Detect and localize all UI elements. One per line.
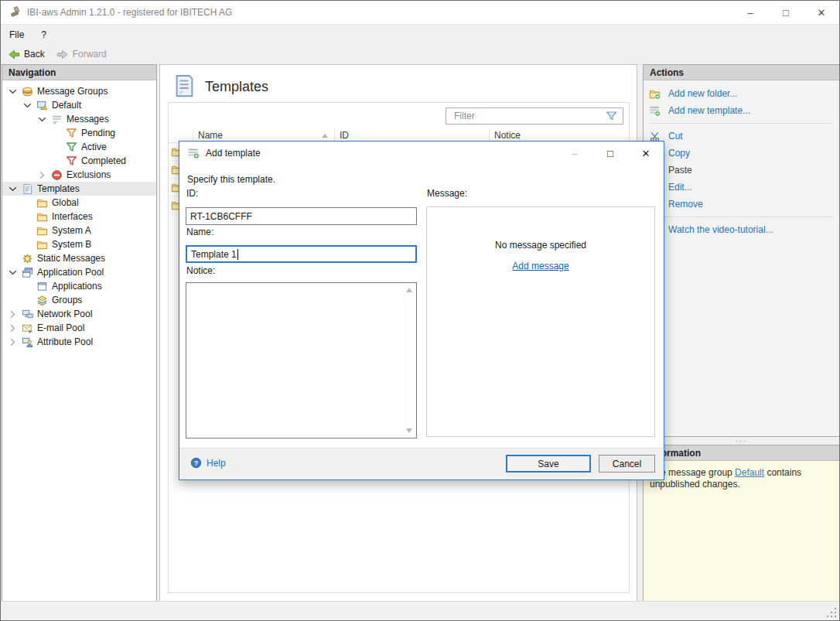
back-button[interactable]: Back xyxy=(3,47,50,62)
svg-text:?: ? xyxy=(194,459,198,467)
app-window: IBI-aws Admin 1.21.0 - registered for IB… xyxy=(0,0,840,621)
expander-expand-icon[interactable] xyxy=(5,309,20,320)
message-groups-icon xyxy=(20,86,35,97)
expander-collapse-icon[interactable] xyxy=(20,100,35,111)
dialog-close-button[interactable]: ✕ xyxy=(628,142,664,165)
tree-item-system-b[interactable]: System B xyxy=(2,237,156,251)
expander-collapse-icon[interactable] xyxy=(5,267,20,278)
expander-spacer xyxy=(20,295,35,306)
cancel-button[interactable]: Cancel xyxy=(599,455,655,473)
tree-item-label: Messages xyxy=(64,114,109,125)
tree-item-groups[interactable]: Groups xyxy=(2,293,156,307)
exclusions-icon xyxy=(50,169,64,181)
attribute-pool-icon xyxy=(20,336,35,348)
forward-button[interactable]: Forward xyxy=(52,47,111,62)
tree-item-label: Completed xyxy=(79,155,126,166)
scroll-down-icon[interactable] xyxy=(406,428,412,433)
expander-spacer xyxy=(20,197,35,209)
tree-item-active[interactable]: Active xyxy=(2,140,156,154)
close-button[interactable]: ✕ xyxy=(804,1,839,24)
tree-item-label: Interfaces xyxy=(50,211,93,222)
id-field[interactable]: RT-1CB6CFFF xyxy=(186,207,417,225)
expander-expand-icon[interactable] xyxy=(5,336,20,348)
expander-spacer xyxy=(20,239,35,251)
monitor-warning-icon xyxy=(35,100,50,111)
expander-collapse-icon[interactable] xyxy=(35,114,50,125)
column-notice-label: Notice xyxy=(494,130,521,141)
actions-divider xyxy=(650,217,833,217)
id-value: RT-1CB6CFFF xyxy=(190,211,252,222)
tree-item-default[interactable]: Default xyxy=(2,98,156,112)
expander-expand-icon[interactable] xyxy=(5,322,20,334)
status-bar xyxy=(1,601,839,620)
dialog-subtitle: Specify this template. xyxy=(179,165,664,185)
actions-list: Add new folder...Add new template...CutC… xyxy=(644,80,839,238)
action-label: Copy xyxy=(663,148,690,159)
tree-item-label: Templates xyxy=(35,183,80,194)
dialog-maximize-button[interactable]: □ xyxy=(592,142,628,165)
nav-toolbar: Back Forward xyxy=(1,44,839,65)
scroll-up-icon[interactable] xyxy=(406,288,412,292)
add-message-link[interactable]: Add message xyxy=(512,261,569,271)
expander-expand-icon[interactable] xyxy=(35,169,50,181)
tree-item-pending[interactable]: Pending xyxy=(2,126,156,140)
action-cut[interactable]: Cut xyxy=(644,128,839,145)
tree-item-message-groups[interactable]: Message Groups xyxy=(2,84,156,98)
action-label: Add new template... xyxy=(663,105,750,116)
action-copy[interactable]: Copy xyxy=(644,145,839,162)
email-pool-icon xyxy=(20,322,35,334)
tree-item-network-pool[interactable]: Network Pool xyxy=(2,307,156,321)
action-watch-the-video-tutorial[interactable]: Watch the video-tutorial... xyxy=(644,221,839,238)
tree-item-label: Attribute Pool xyxy=(35,336,93,347)
tree-item-system-a[interactable]: System A xyxy=(2,223,156,237)
resize-grip[interactable] xyxy=(827,608,836,617)
tree-item-completed[interactable]: Completed xyxy=(2,154,156,168)
menu-help[interactable]: ? xyxy=(32,26,55,43)
action-label: Remove xyxy=(663,199,703,210)
minimize-button[interactable]: – xyxy=(732,1,768,24)
tree-item-templates[interactable]: Templates xyxy=(2,182,156,196)
funnel-green-icon xyxy=(64,142,79,153)
name-field[interactable]: Template 1 xyxy=(186,245,417,263)
tree-item-application-pool[interactable]: Application Pool xyxy=(2,265,156,279)
tree-item-exclusions[interactable]: Exclusions xyxy=(2,168,156,182)
name-label: Name: xyxy=(186,227,213,237)
notice-field[interactable] xyxy=(186,282,417,438)
expander-collapse-icon[interactable] xyxy=(5,86,20,97)
tree-item-messages[interactable]: Messages xyxy=(2,112,156,126)
folder-icon xyxy=(35,225,50,237)
actions-header: Actions xyxy=(644,65,839,80)
tree-item-static-messages[interactable]: Static Messages xyxy=(2,251,156,265)
tree-item-interfaces[interactable]: Interfaces xyxy=(2,210,156,223)
tree-item-label: Pending xyxy=(79,128,115,138)
action-add-new-template[interactable]: Add new template... xyxy=(644,102,839,119)
filter-funnel-icon[interactable] xyxy=(605,110,618,122)
panel-splitter-handle[interactable]: ··· xyxy=(643,437,840,445)
application-pool-icon xyxy=(20,267,35,278)
action-remove[interactable]: Remove xyxy=(644,196,839,213)
save-button[interactable]: Save xyxy=(506,455,591,473)
notice-scrollbar[interactable] xyxy=(403,284,415,437)
tree-item-global[interactable]: Global xyxy=(2,196,156,210)
tree-item-label: System B xyxy=(50,239,91,250)
expander-spacer xyxy=(50,142,64,153)
tree-item-e-mail-pool[interactable]: E-mail Pool xyxy=(2,321,156,335)
tree-item-label: Exclusions xyxy=(64,169,111,180)
tree-item-label: Default xyxy=(50,100,81,111)
expander-collapse-icon[interactable] xyxy=(5,183,20,195)
add-template-dialog: Add template – □ ✕ Specify this template… xyxy=(179,141,664,480)
help-link[interactable]: ? Help xyxy=(190,457,226,469)
default-group-link[interactable]: Default xyxy=(735,467,764,478)
maximize-button[interactable]: □ xyxy=(768,1,804,24)
filter-input[interactable]: Filter xyxy=(446,107,623,125)
expander-spacer xyxy=(50,155,64,167)
menu-file[interactable]: File xyxy=(1,26,32,43)
static-messages-icon xyxy=(20,253,35,264)
tree-item-label: Applications xyxy=(50,281,102,292)
action-edit[interactable]: Edit... xyxy=(644,179,839,196)
template-icon xyxy=(20,183,35,195)
tree-item-applications[interactable]: Applications xyxy=(2,279,156,293)
filter-placeholder: Filter xyxy=(446,111,605,121)
action-add-new-folder[interactable]: Add new folder... xyxy=(644,85,839,102)
tree-item-attribute-pool[interactable]: Attribute Pool xyxy=(2,335,156,349)
